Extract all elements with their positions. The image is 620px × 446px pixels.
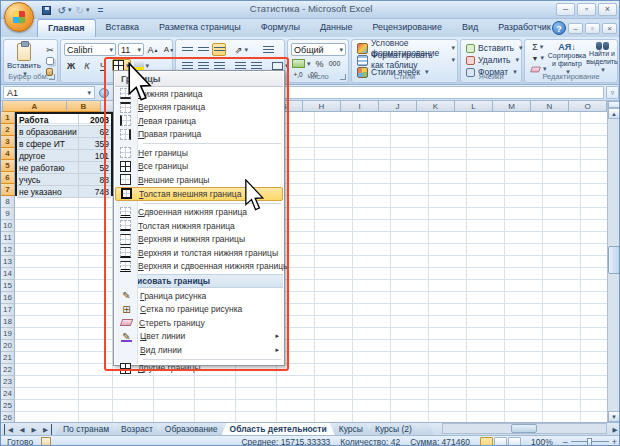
select-all-corner[interactable] — [1, 101, 3, 112]
column-header[interactable]: O — [569, 101, 607, 112]
row-header[interactable]: 4 — [1, 148, 15, 160]
cell-label[interactable]: другое — [17, 150, 79, 162]
align-bottom-button[interactable] — [212, 43, 226, 56]
orientation-button[interactable]: ⇗▾ — [234, 43, 249, 56]
normal-view-button[interactable] — [480, 437, 493, 446]
vertical-scroll-thumb[interactable] — [608, 246, 620, 274]
workbook-close-button[interactable]: × — [602, 23, 617, 34]
number-format-combo[interactable]: Общий▾ — [291, 43, 346, 56]
column-header[interactable]: N — [531, 101, 569, 112]
dialog-launcher-icon[interactable] — [340, 74, 346, 80]
row-header[interactable]: 17 — [1, 304, 15, 316]
sheet-tab[interactable]: Область деятельности — [222, 423, 335, 435]
row-header[interactable]: 14 — [1, 268, 15, 280]
insert-worksheet-tab[interactable] — [416, 423, 434, 435]
horizontal-scrollbar[interactable] — [442, 423, 607, 434]
row-header[interactable]: 8 — [1, 196, 15, 208]
row-header[interactable]: 23 — [1, 376, 15, 388]
cell-label[interactable]: не указано — [17, 186, 79, 198]
ribbon-tab[interactable]: Рецензирование — [362, 19, 452, 37]
sheet-tab[interactable]: Курсы — [331, 423, 371, 435]
zoom-track[interactable] — [571, 441, 609, 442]
cell-label[interactable]: не работаю — [17, 162, 79, 174]
column-header[interactable]: J — [379, 101, 417, 112]
row-header[interactable]: 7 — [1, 184, 15, 196]
ribbon-tab[interactable]: Данные — [310, 19, 363, 37]
last-sheet-button[interactable]: ▶ — [40, 424, 52, 435]
split-handle[interactable] — [608, 101, 620, 108]
ribbon-tab[interactable]: Вид — [452, 19, 488, 37]
cell-label[interactable]: Работа — [17, 114, 79, 126]
worksheet-grid[interactable]: 1234567891011121314151617181920212223242… — [1, 112, 607, 422]
zoom-out-button[interactable]: – — [563, 437, 568, 446]
delete-cells-button[interactable]: Удалить▾ — [464, 54, 521, 66]
scroll-right-button[interactable]: ▶ — [609, 424, 620, 435]
row-header[interactable]: 9 — [1, 208, 15, 220]
insert-cells-button[interactable]: Вставить▾ — [464, 42, 525, 54]
row-header[interactable]: 1 — [1, 112, 15, 124]
row-header[interactable]: 25 — [1, 400, 15, 412]
page-break-view-button[interactable] — [508, 437, 521, 446]
column-header[interactable]: B — [67, 101, 101, 112]
prev-sheet-button[interactable]: ◀ — [16, 424, 28, 435]
close-button[interactable]: × — [598, 3, 617, 16]
shrink-font-button[interactable]: А▼ — [162, 43, 176, 56]
font-size-combo[interactable]: 11▾ — [118, 43, 144, 56]
column-header[interactable]: L — [455, 101, 493, 112]
autosum-button[interactable]: Σ▾ — [528, 42, 548, 52]
ribbon-tab[interactable]: Формулы — [251, 19, 310, 37]
horizontal-scroll-thumb[interactable] — [511, 424, 537, 433]
row-header[interactable]: 2 — [1, 124, 15, 136]
scroll-down-button[interactable]: ▼ — [608, 411, 620, 422]
cell-label[interactable]: в сфере ИТ — [17, 138, 79, 150]
macro-record-icon[interactable] — [41, 437, 51, 446]
wrap-text-button[interactable] — [261, 43, 275, 56]
comma-style-button[interactable]: 000 — [328, 57, 342, 70]
row-header[interactable]: 18 — [1, 316, 15, 328]
align-middle-button[interactable] — [196, 43, 210, 56]
copy-button[interactable] — [43, 56, 57, 66]
column-header[interactable]: K — [417, 101, 455, 112]
expand-formula-bar-button[interactable]: ▿ — [606, 86, 619, 99]
italic-button[interactable]: К — [80, 59, 94, 72]
ribbon-tab[interactable]: Вставка — [96, 19, 149, 37]
row-header[interactable]: 10 — [1, 220, 15, 232]
align-top-button[interactable] — [180, 43, 194, 56]
zoom-thumb[interactable] — [587, 438, 592, 446]
bold-button[interactable]: Ж — [64, 59, 78, 72]
ribbon-tab[interactable]: Главная — [37, 19, 96, 37]
font-name-combo[interactable]: Calibri▾ — [64, 43, 116, 56]
row-header[interactable]: 20 — [1, 340, 15, 352]
sheet-tab[interactable]: Возраст — [113, 423, 161, 435]
first-sheet-button[interactable]: ◀ — [4, 424, 16, 435]
row-header[interactable]: 13 — [1, 256, 15, 268]
find-select-button[interactable]: Найти и выделить ▾ — [586, 42, 618, 74]
minimize-button[interactable]: – — [556, 3, 575, 16]
column-header[interactable]: H — [303, 101, 341, 112]
dialog-launcher-icon[interactable] — [49, 74, 55, 80]
column-header[interactable]: I — [341, 101, 379, 112]
office-button[interactable] — [4, 2, 34, 32]
row-header[interactable]: 15 — [1, 280, 15, 292]
help-button[interactable]: ? — [552, 21, 566, 35]
cut-button[interactable]: ✂ — [43, 45, 57, 55]
zoom-slider[interactable]: – + — [563, 437, 617, 446]
row-header[interactable]: 16 — [1, 292, 15, 304]
row-header[interactable]: 3 — [1, 136, 15, 148]
page-layout-view-button[interactable] — [494, 437, 507, 446]
scroll-up-button[interactable]: ▲ — [608, 108, 620, 119]
sheet-tab[interactable]: По странам — [55, 423, 117, 435]
zoom-in-button[interactable]: + — [612, 437, 617, 446]
cell-label[interactable]: в образовании — [17, 126, 79, 138]
workbook-restore-button[interactable]: ▫ — [585, 23, 600, 34]
row-header[interactable]: 12 — [1, 244, 15, 256]
row-header[interactable]: 19 — [1, 328, 15, 340]
cell-label[interactable]: учусь — [17, 174, 79, 186]
format-as-table-button[interactable]: Форматировать как таблицу▾ — [355, 54, 457, 66]
row-header[interactable]: 6 — [1, 172, 15, 184]
row-header[interactable]: 11 — [1, 232, 15, 244]
fill-button[interactable]: ▼▾ — [528, 53, 548, 63]
grow-font-button[interactable]: А▲ — [146, 43, 160, 56]
ribbon-tab[interactable]: Разметка страницы — [149, 19, 251, 37]
vertical-scrollbar[interactable]: ▲ ▼ — [607, 101, 620, 422]
